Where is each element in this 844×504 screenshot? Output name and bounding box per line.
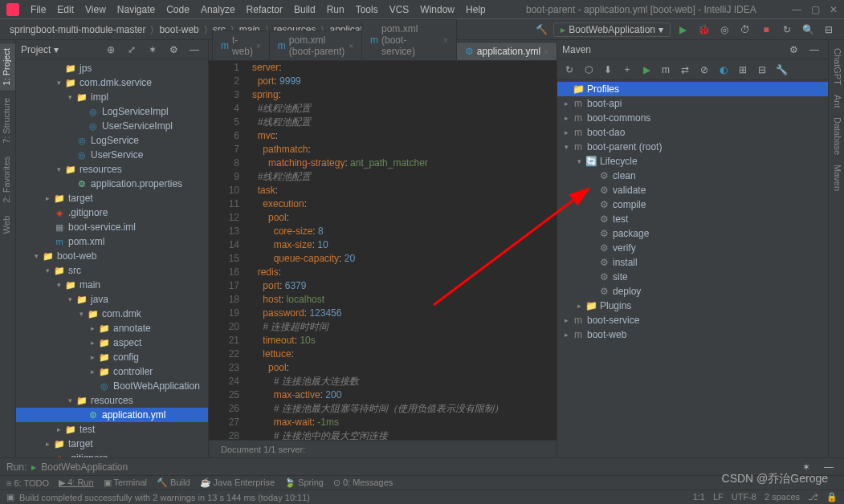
menu-file[interactable]: File (26, 2, 51, 17)
bottom-tool[interactable]: ⊙ 0: Messages (333, 478, 393, 488)
settings-icon[interactable]: ⚙ (165, 41, 182, 59)
menu-build[interactable]: Build (289, 2, 320, 17)
tree-item[interactable]: ▦boot-service.iml (16, 220, 208, 234)
download-icon[interactable]: ⬇ (599, 61, 617, 79)
tree-item[interactable]: ◎BootWebApplication (16, 379, 208, 393)
tool-tab[interactable]: Ant (829, 90, 844, 113)
close-tab-icon[interactable]: × (544, 47, 548, 56)
skip-tests-icon[interactable]: ⊘ (695, 61, 713, 79)
tree-item[interactable]: mpom.xml (16, 234, 208, 249)
collapse-all-icon[interactable]: ⊟ (753, 61, 771, 79)
tool-tab[interactable]: ChatGPT (829, 43, 844, 90)
hide-icon[interactable]: — (186, 41, 203, 59)
bottom-tool[interactable]: ▶ 4: Run (59, 478, 93, 488)
menu-edit[interactable]: Edit (52, 2, 79, 17)
tree-item[interactable]: ▸📁target (16, 437, 208, 451)
menu-navigate[interactable]: Navigate (112, 2, 160, 17)
tree-item[interactable]: ◎LogServiceImpl (16, 104, 208, 119)
close-tab-icon[interactable]: × (443, 36, 448, 45)
maven-item[interactable]: ▸📁Plugins (557, 299, 828, 313)
menu-view[interactable]: View (80, 2, 111, 17)
reload-icon[interactable]: ↻ (561, 61, 578, 79)
tree-item[interactable]: ▾📁main (16, 278, 208, 292)
close-tab-icon[interactable]: × (256, 42, 261, 51)
tool-tab[interactable]: Web (0, 211, 15, 238)
maven-item[interactable]: ⚙site (557, 270, 828, 284)
tree-item[interactable]: ▸📁test (16, 422, 208, 437)
tree-item[interactable]: ▸📁target (16, 191, 208, 205)
update-button[interactable]: ↻ (778, 21, 796, 39)
code-body[interactable]: server: port: 9999spring: #线程池配置 #线程池配置 … (249, 61, 557, 440)
maven-item[interactable]: ⚙clean (557, 169, 828, 183)
tree-item[interactable]: ▾📁resources (16, 393, 208, 408)
tool-tab[interactable]: Database (829, 112, 844, 160)
menu-code[interactable]: Code (161, 2, 194, 17)
m-icon[interactable]: m (657, 61, 675, 79)
maven-item[interactable]: ▸mboot-web (557, 327, 828, 342)
tree-item[interactable]: ◎LogService (16, 133, 208, 148)
menu-analyze[interactable]: Analyze (196, 2, 240, 17)
maven-item[interactable]: ▸mboot-dao (557, 125, 828, 140)
maven-item[interactable]: ▸mboot-service (557, 313, 828, 327)
menu-refactor[interactable]: Refactor (242, 2, 287, 17)
build-button[interactable]: 🔨 (532, 21, 550, 39)
bottom-toolbar[interactable]: ≡ 6: TODO▶ 4: Run▣ Terminal🔨 Build☕ Java… (0, 475, 844, 490)
maven-item[interactable]: ⚙deploy (557, 284, 828, 299)
tool-tab[interactable]: 2: Favorites (0, 152, 15, 207)
tree-item[interactable]: 📁jps (16, 61, 208, 75)
tool-tab[interactable]: 7: Structure (0, 93, 15, 148)
stop-button[interactable]: ■ (757, 21, 775, 39)
tool-tab[interactable]: Maven (829, 160, 844, 196)
search-button[interactable]: 🔍 (799, 21, 817, 39)
maven-item[interactable]: 📁Profiles (557, 82, 828, 96)
editor-tab[interactable]: mpom.xml (boot-parent)× (269, 30, 362, 60)
tree-item[interactable]: ▾📁boot-web (16, 249, 208, 263)
close-icon[interactable]: ✕ (830, 4, 838, 15)
tree-item[interactable]: ▾📁com.dmk.service (16, 75, 208, 90)
profile-button[interactable]: ⏱ (736, 21, 754, 39)
tree-item[interactable]: ▾📁src (16, 263, 208, 278)
window-controls[interactable]: — ▢ ✕ (792, 4, 838, 15)
tree-item[interactable]: ▾📁java (16, 292, 208, 307)
tree-item[interactable]: ▸📁annotate (16, 321, 208, 335)
run-button[interactable]: ▶ (674, 21, 691, 39)
bottom-tool[interactable]: ▣ Terminal (104, 478, 147, 488)
maven-tree[interactable]: 📁Profiles▸mboot-api▸mboot-commons▸mboot-… (557, 80, 828, 457)
maven-item[interactable]: ⚙install (557, 255, 828, 270)
tree-item[interactable]: ▾📁resources (16, 162, 208, 177)
tree-item[interactable]: ▸📁config (16, 350, 208, 364)
indent-info[interactable]: 2 spaces (764, 492, 800, 502)
expand-icon[interactable]: ⤢ (123, 41, 141, 59)
maven-item[interactable]: ⚙validate (557, 183, 828, 197)
debug-button[interactable]: 🐞 (695, 21, 712, 39)
maven-item[interactable]: ▸mboot-commons (557, 111, 828, 125)
maven-item[interactable]: ⚙verify (557, 241, 828, 255)
git-icon[interactable]: ⎇ (808, 492, 818, 502)
project-tree[interactable]: 📁jps▾📁com.dmk.service▾📁impl◎LogServiceIm… (16, 59, 208, 457)
editor-tabs[interactable]: mt-web)×mpom.xml (boot-parent)×mpom.xml … (209, 40, 557, 61)
collapse-icon[interactable]: ✶ (144, 41, 161, 59)
tree-item[interactable]: ▸📁controller (16, 364, 208, 379)
line-ending[interactable]: LF (713, 492, 724, 502)
menu-window[interactable]: Window (415, 2, 459, 17)
maven-item[interactable]: ▾mboot-parent (root) (557, 140, 828, 154)
maven-item[interactable]: ▾🔄Lifecycle (557, 154, 828, 169)
run-maven-icon[interactable]: ▶ (638, 61, 655, 79)
chevron-down-icon[interactable]: ▾ (54, 44, 59, 55)
offline-icon[interactable]: ◐ (715, 61, 732, 79)
tree-item[interactable]: ▾📁impl (16, 90, 208, 104)
generate-icon[interactable]: ⬡ (580, 61, 597, 79)
tree-item[interactable]: ▾📁com.dmk (16, 307, 208, 321)
breadcrumb-item[interactable]: springboot-multi-module-master (6, 24, 149, 35)
run-panel-config[interactable]: BootWebApplication (41, 461, 128, 473)
tree-item[interactable]: ◈.gitignore (16, 205, 208, 220)
select-opened-icon[interactable]: ⊕ (102, 41, 120, 59)
bottom-tool[interactable]: 🍃 Spring (284, 478, 324, 488)
tree-item[interactable]: ⚙application.yml (16, 408, 208, 422)
run-settings-icon[interactable]: ✶ (797, 458, 815, 476)
maven-item[interactable]: ⚙package (557, 226, 828, 241)
file-encoding[interactable]: UTF-8 (732, 492, 756, 502)
bottom-tool[interactable]: 🔨 Build (157, 478, 190, 488)
editor-breadcrumb[interactable]: Document 1/1 server: (215, 443, 311, 456)
tool-icon[interactable]: 🔧 (773, 61, 790, 79)
